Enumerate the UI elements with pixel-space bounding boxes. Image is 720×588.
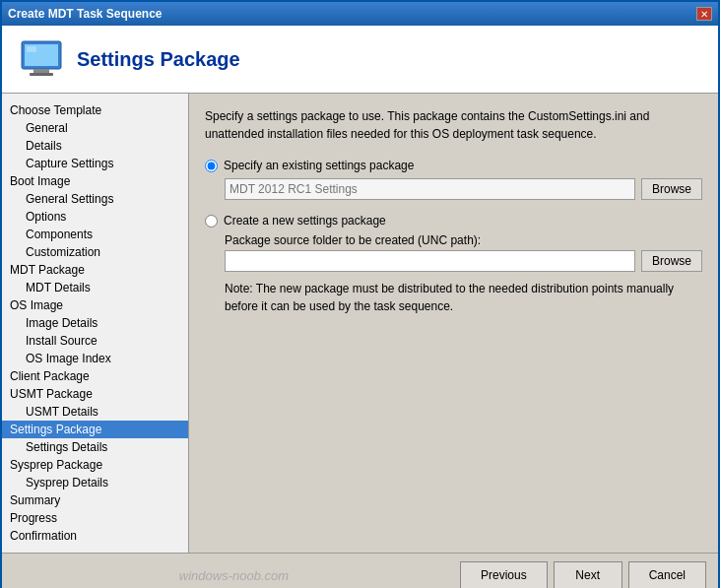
browse2-button[interactable]: Browse bbox=[641, 250, 702, 272]
svg-rect-2 bbox=[33, 69, 49, 73]
package-source-input[interactable] bbox=[225, 250, 635, 272]
description-text: Specify a settings package to use. This … bbox=[205, 107, 702, 143]
sidebar-item-options[interactable]: Options bbox=[2, 208, 188, 226]
next-button[interactable]: Next bbox=[554, 561, 622, 588]
option1-label[interactable]: Specify an existing settings package bbox=[224, 159, 414, 172]
sidebar-item-os-image-index[interactable]: OS Image Index bbox=[2, 350, 188, 367]
main-content-area: Specify a settings package to use. This … bbox=[189, 94, 718, 553]
sidebar-item-components[interactable]: Components bbox=[2, 226, 188, 243]
page-title: Settings Package bbox=[77, 48, 240, 71]
main-window: Create MDT Task Sequence ✕ Settings Pack… bbox=[0, 0, 720, 588]
cancel-button[interactable]: Cancel bbox=[628, 561, 706, 588]
sidebar-item-confirmation[interactable]: Confirmation bbox=[2, 527, 188, 545]
package-source-label: Package source folder to be created (UNC… bbox=[225, 233, 702, 247]
option1-radio[interactable] bbox=[205, 160, 218, 172]
sidebar-item-settings-package[interactable]: Settings Package bbox=[2, 421, 188, 438]
sidebar-item-mdt-details[interactable]: MDT Details bbox=[2, 279, 188, 296]
close-button[interactable]: ✕ bbox=[696, 7, 712, 21]
sidebar-item-capture-settings[interactable]: Capture Settings bbox=[2, 155, 188, 172]
watermark: windows-noob.com bbox=[14, 568, 454, 583]
sidebar-item-summary[interactable]: Summary bbox=[2, 491, 188, 509]
note-text: Note: The new package must be distribute… bbox=[225, 280, 702, 315]
sidebar-item-client-package[interactable]: Client Package bbox=[2, 367, 188, 385]
previous-button[interactable]: Previous bbox=[460, 561, 548, 588]
sidebar-item-boot-image[interactable]: Boot Image bbox=[2, 172, 188, 190]
option2-input-row: Browse bbox=[225, 250, 702, 272]
title-bar: Create MDT Task Sequence ✕ bbox=[2, 2, 718, 26]
sidebar-item-customization[interactable]: Customization bbox=[2, 243, 188, 261]
option2-group: Create a new settings package Package so… bbox=[205, 214, 702, 315]
header-area: Settings Package bbox=[2, 26, 718, 94]
option1-radio-row: Specify an existing settings package bbox=[205, 159, 702, 172]
option1-input-row: Browse bbox=[225, 178, 702, 200]
option2-radio[interactable] bbox=[205, 215, 218, 228]
existing-package-input[interactable] bbox=[225, 178, 635, 200]
option2-radio-row: Create a new settings package bbox=[205, 214, 702, 228]
sidebar-item-settings-details[interactable]: Settings Details bbox=[2, 438, 188, 456]
sidebar: Choose Template General Details Capture … bbox=[2, 94, 189, 553]
sidebar-item-mdt-package[interactable]: MDT Package bbox=[2, 261, 188, 279]
footer: windows-noob.com Previous Next Cancel bbox=[2, 553, 718, 588]
sidebar-item-os-image[interactable]: OS Image bbox=[2, 296, 188, 314]
sidebar-item-usmt-package[interactable]: USMT Package bbox=[2, 385, 188, 403]
svg-rect-3 bbox=[30, 73, 53, 76]
sidebar-item-choose-template[interactable]: Choose Template bbox=[2, 101, 188, 119]
sidebar-item-install-source[interactable]: Install Source bbox=[2, 332, 188, 350]
computer-icon bbox=[18, 35, 65, 83]
content-area: Choose Template General Details Capture … bbox=[2, 94, 718, 553]
window-title: Create MDT Task Sequence bbox=[8, 7, 163, 21]
window-body: Settings Package Choose Template General… bbox=[2, 26, 718, 588]
sidebar-item-general[interactable]: General bbox=[2, 119, 188, 137]
sidebar-item-general-settings[interactable]: General Settings bbox=[2, 190, 188, 208]
option1-group: Specify an existing settings package Bro… bbox=[205, 159, 702, 200]
sidebar-item-image-details[interactable]: Image Details bbox=[2, 314, 188, 332]
sidebar-item-sysprep-details[interactable]: Sysprep Details bbox=[2, 474, 188, 491]
option2-label[interactable]: Create a new settings package bbox=[224, 214, 386, 228]
sidebar-item-progress[interactable]: Progress bbox=[2, 509, 188, 527]
browse1-button[interactable]: Browse bbox=[641, 178, 702, 200]
sidebar-item-details[interactable]: Details bbox=[2, 137, 188, 155]
sidebar-item-usmt-details[interactable]: USMT Details bbox=[2, 403, 188, 421]
sidebar-item-sysprep-package[interactable]: Sysprep Package bbox=[2, 456, 188, 474]
svg-rect-4 bbox=[27, 46, 36, 52]
